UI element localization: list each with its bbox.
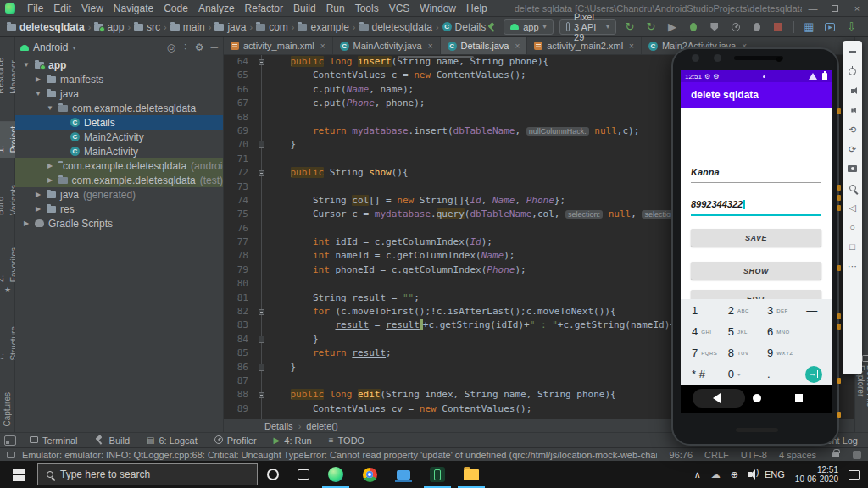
maximize-button[interactable] — [824, 0, 846, 16]
cortana-button[interactable] — [258, 461, 288, 488]
tree-item-gradle-scripts[interactable]: ▶Gradle Scripts — [15, 216, 223, 230]
menu-code[interactable]: Code — [159, 3, 193, 14]
menu-navigate[interactable]: Navigate — [108, 3, 159, 14]
breadcrumb-item[interactable]: com — [254, 21, 290, 33]
tool-window-toggle-icon[interactable] — [4, 435, 16, 446]
notifications-icon[interactable] — [849, 470, 860, 480]
menu-analyze[interactable]: Analyze — [193, 3, 240, 14]
breadcrumb-item[interactable]: main — [169, 21, 207, 33]
breadcrumb-item[interactable]: deletesqldata — [5, 21, 86, 33]
back-icon[interactable]: ◁ — [847, 202, 859, 214]
debug-icon[interactable] — [686, 19, 701, 35]
chevron-collapsed-icon[interactable]: ▶ — [46, 176, 54, 184]
hide-panel-icon[interactable]: ─ — [210, 42, 218, 53]
name-field[interactable]: Kanna — [691, 167, 821, 183]
run-config-dropdown[interactable]: app ▾ — [504, 19, 553, 35]
home-icon[interactable]: ○ — [847, 221, 859, 233]
tab-details-java[interactable]: Details.java× — [441, 37, 528, 54]
tree-item-com-example-deletesqldata[interactable]: ▼com.example.deletesqldata — [15, 101, 223, 115]
taskbar-emulator[interactable] — [420, 461, 454, 488]
tree-item-app[interactable]: ▼app — [15, 58, 223, 72]
rotate-right-icon[interactable]: ⟳ — [847, 143, 859, 155]
close-icon[interactable]: × — [515, 42, 520, 51]
keypad-enter-key[interactable]: → — [795, 363, 832, 385]
close-icon[interactable]: × — [320, 42, 326, 51]
sdk-manager-icon[interactable]: ⇩ — [843, 19, 859, 35]
menu-tools[interactable]: Tools — [350, 3, 384, 14]
tree-item-java[interactable]: ▼java — [15, 86, 223, 101]
minimize-icon[interactable] — [847, 46, 859, 58]
fold-collapse-icon[interactable] — [259, 59, 264, 65]
rotate-left-icon[interactable]: ⟲ — [847, 124, 859, 136]
collapse-all-icon[interactable]: ÷ — [182, 42, 188, 53]
keypad-key-3[interactable]: 3DEF — [756, 300, 795, 321]
avd-manager-icon[interactable] — [822, 19, 837, 35]
status-message[interactable]: Emulator: emulator: INFO: QtLogger.cpp:6… — [22, 450, 657, 460]
taskbar-laptop-app[interactable] — [387, 461, 420, 488]
taskbar-file-explorer[interactable] — [454, 461, 488, 488]
chevron-expanded-icon[interactable]: ▼ — [22, 61, 31, 69]
toolwindow-4-run[interactable]: ▶4: Run — [265, 433, 320, 447]
status-segment[interactable]: CRLF — [698, 450, 735, 460]
profile-app-icon[interactable] — [707, 19, 722, 35]
tree-item-manifests[interactable]: ▶manifests — [15, 72, 223, 86]
keypad-key-4[interactable]: 4GHI — [681, 321, 717, 342]
chevron-collapsed-icon[interactable]: ▶ — [46, 162, 54, 169]
power-icon[interactable] — [847, 65, 859, 77]
onedrive-icon[interactable]: ☁ — [711, 469, 721, 480]
more-icon[interactable]: ⋯ — [847, 260, 859, 272]
chevron-collapsed-icon[interactable]: ▶ — [34, 75, 42, 83]
lock-icon[interactable] — [832, 452, 839, 458]
breadcrumb-item[interactable]: src — [132, 21, 162, 33]
volume-down-icon[interactable] — [847, 104, 859, 116]
home-button[interactable] — [753, 394, 761, 402]
close-button[interactable]: × — [846, 0, 868, 16]
toolwindow-todo[interactable]: ≡TODO — [320, 433, 373, 447]
volume-up-icon[interactable] — [847, 85, 859, 97]
menu-refactor[interactable]: Refactor — [240, 3, 288, 14]
keypad-key-6[interactable]: 6MNO — [756, 321, 795, 342]
keypad-key-[interactable]: * # — [681, 363, 717, 385]
apply-changes-icon[interactable]: ↻ — [622, 19, 637, 35]
stop-icon[interactable] — [771, 19, 786, 35]
settings-gear-icon[interactable]: ⚙ — [195, 42, 204, 53]
keypad-key-[interactable]: — — [795, 300, 832, 321]
status-segment[interactable]: 96:76 — [664, 450, 699, 460]
breadcrumb-item[interactable]: deletesqldata — [358, 21, 434, 33]
show-button[interactable]: SHOW — [691, 262, 821, 280]
locate-file-icon[interactable]: ◎ — [167, 42, 175, 53]
chevron-collapsed-icon[interactable]: ▶ — [34, 191, 42, 198]
zoom-icon[interactable] — [847, 182, 859, 194]
inspections-icon[interactable] — [853, 451, 861, 459]
tree-item-details[interactable]: Details — [15, 115, 223, 130]
structure-icon[interactable]: ▦ — [801, 19, 816, 35]
taskbar-clock[interactable]: 12:51 10-06-2020 — [795, 465, 838, 484]
taskbar-chrome[interactable] — [353, 461, 387, 488]
breadcrumb-item[interactable]: Details — [441, 21, 488, 33]
close-icon[interactable]: × — [428, 42, 433, 51]
breadcrumb-item[interactable]: java — [213, 21, 248, 33]
fold-collapse-icon[interactable] — [259, 170, 264, 176]
menu-run[interactable]: Run — [321, 3, 350, 14]
taskbar-search-input[interactable]: Type here to search — [37, 463, 258, 485]
volume-icon[interactable] — [748, 472, 752, 477]
profiler-icon[interactable] — [728, 19, 743, 35]
tree-item-mainactivity[interactable]: MainActivity — [15, 144, 223, 158]
minimize-button[interactable]: — — [802, 0, 824, 16]
fold-collapse-icon[interactable] — [259, 392, 264, 398]
menu-view[interactable]: View — [76, 3, 108, 14]
breadcrumb-method[interactable]: delete() — [306, 421, 337, 431]
keypad-key-8[interactable]: 8TUV — [717, 342, 756, 363]
status-segment[interactable]: UTF-8 — [735, 450, 773, 460]
close-icon[interactable]: × — [629, 42, 634, 51]
toolwindow-profiler[interactable]: Profiler — [206, 433, 265, 447]
menu-help[interactable]: Help — [461, 3, 492, 14]
run-coverage-icon[interactable]: ▶ — [665, 19, 680, 35]
recents-button[interactable] — [795, 394, 803, 402]
phone-field[interactable]: 8992344322 — [691, 199, 821, 216]
attach-debugger-icon[interactable] — [749, 19, 765, 35]
overview-icon[interactable]: □ — [847, 241, 859, 252]
edit-button[interactable]: EDIT — [691, 290, 821, 299]
tray-chevron-icon[interactable]: ∧ — [694, 469, 701, 480]
apply-code-changes-icon[interactable]: ↻ — [643, 19, 659, 35]
